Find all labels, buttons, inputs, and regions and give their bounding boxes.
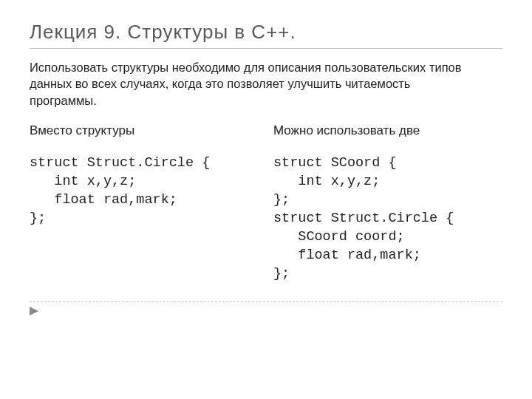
play-icon (30, 307, 41, 316)
footer-icon-row (30, 307, 502, 316)
code-block-left: struct Struct.Circle { int x,y,z; float … (30, 154, 259, 228)
slide-title: Лекция 9. Структуры в С++. (30, 21, 502, 44)
code-block-right: struct SCoord { int x,y,z; }; struct Str… (273, 154, 502, 284)
slide: Лекция 9. Структуры в С++. Использовать … (0, 0, 532, 338)
column-right: Можно использовать две struct SCoord { i… (273, 123, 502, 284)
title-rule (30, 48, 502, 49)
columns: Вместо структуры struct Struct.Circle { … (30, 123, 502, 284)
column-left-heading: Вместо структуры (30, 123, 259, 138)
footer-rule (30, 301, 502, 302)
column-right-heading: Можно использовать две (273, 123, 502, 138)
column-left: Вместо структуры struct Struct.Circle { … (30, 123, 259, 284)
intro-paragraph: Использовать структуры необходимо для оп… (30, 59, 473, 109)
